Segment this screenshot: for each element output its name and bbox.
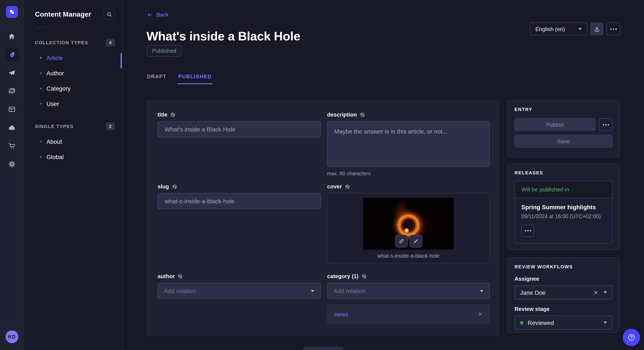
edit-asset-button[interactable] xyxy=(409,235,422,247)
rail-nav xyxy=(0,30,24,170)
rail-bottom-divider xyxy=(0,325,24,325)
copy-link-button[interactable] xyxy=(395,235,408,247)
more-icon xyxy=(610,28,616,29)
i18n-globe-icon xyxy=(170,112,176,117)
entry-panel-title: ENTRY xyxy=(514,107,612,112)
tab-draft[interactable]: DRAFT xyxy=(141,70,172,84)
send-icon[interactable] xyxy=(4,67,19,79)
field-description: description Maybe the answer is in this … xyxy=(327,111,490,176)
sidebar-item-about[interactable]: About xyxy=(35,134,115,149)
sidebar-item-user[interactable]: User xyxy=(35,96,115,111)
version-tabs: DRAFT PUBLISHED xyxy=(141,70,218,84)
description-textarea[interactable]: Maybe the answer is in this article, or … xyxy=(327,121,490,167)
below-fold-button[interactable] xyxy=(302,347,344,350)
chevron-down-icon xyxy=(578,28,582,30)
more-actions-button[interactable] xyxy=(606,22,620,35)
user-avatar[interactable]: KD xyxy=(6,331,18,343)
edit-form-card: title What's inside a Black Hole descrip… xyxy=(146,100,500,336)
download-button[interactable] xyxy=(590,22,603,35)
field-category: category (1) Add relation news xyxy=(327,273,490,324)
arrow-left-icon xyxy=(147,12,153,18)
review-panel-title: REVIEW WORKFLOWS xyxy=(514,264,612,269)
i18n-globe-icon xyxy=(362,274,366,279)
single-types-label: SINGLE TYPES xyxy=(35,124,74,129)
field-title-label: title xyxy=(158,111,168,118)
stage-status-dot xyxy=(520,321,524,324)
collection-types-section: COLLECTION TYPES 4 Article Author Catego… xyxy=(24,38,122,111)
close-icon xyxy=(593,290,598,295)
content-builder-icon[interactable] xyxy=(4,103,19,115)
back-link[interactable]: Back xyxy=(147,11,169,18)
field-category-label: category (1) xyxy=(327,273,358,279)
entry-panel: ENTRY Publish Save xyxy=(507,100,620,158)
chevron-down-icon xyxy=(604,291,607,293)
cover-image-black-hole xyxy=(363,198,454,250)
home-icon[interactable] xyxy=(4,30,19,42)
title-input[interactable]: What's inside a Black Hole xyxy=(158,121,321,137)
bullet-icon xyxy=(40,57,42,59)
sidebar-title: Content Manager xyxy=(35,10,91,18)
locale-select[interactable]: English (en) xyxy=(530,22,587,35)
marketplace-cart-icon[interactable] xyxy=(4,140,19,152)
release-name: Spring Summer highlights xyxy=(521,204,606,210)
field-author-label: author xyxy=(158,273,175,279)
media-library-icon[interactable] xyxy=(4,85,19,97)
field-cover: cover what-s-inside-a-black-hole xyxy=(327,183,490,263)
release-more-button[interactable] xyxy=(521,224,534,237)
settings-gear-icon[interactable] xyxy=(4,158,19,170)
sidebar-item-author[interactable]: Author xyxy=(35,65,115,81)
i18n-globe-icon xyxy=(345,184,350,189)
publish-button[interactable]: Publish xyxy=(514,118,596,131)
strapi-logo[interactable] xyxy=(6,6,18,18)
save-button[interactable]: Save xyxy=(514,135,612,148)
assignee-label: Assignee xyxy=(514,276,612,282)
author-relation-select[interactable]: Add relation xyxy=(158,283,321,299)
search-button[interactable] xyxy=(104,8,115,20)
chevron-down-icon xyxy=(480,290,484,292)
tab-published[interactable]: PUBLISHED xyxy=(172,70,218,84)
app-window: KD Content Manager COLLECTION TYPES 4 Ar… xyxy=(0,0,644,350)
review-stage-label: Review stage xyxy=(514,306,612,312)
page-title: What's inside a Black Hole xyxy=(146,29,300,44)
i18n-globe-icon xyxy=(172,184,177,189)
i18n-globe-icon xyxy=(178,274,183,279)
question-mark-icon xyxy=(628,334,636,342)
download-icon xyxy=(594,26,600,32)
nav-rail: KD xyxy=(0,0,24,350)
rail-divider xyxy=(0,24,24,25)
content-manager-sidebar: Content Manager COLLECTION TYPES 4 Artic… xyxy=(24,0,122,350)
category-relation-select[interactable]: Add relation xyxy=(327,283,490,299)
sidebar-item-category[interactable]: Category xyxy=(35,81,115,96)
relation-news-link[interactable]: news xyxy=(334,311,348,318)
search-icon xyxy=(106,11,112,17)
status-badge: Published xyxy=(147,45,182,57)
remove-relation-button[interactable] xyxy=(478,312,482,316)
single-types-list: About Global xyxy=(35,134,115,165)
cover-filename: what-s-inside-a-black-hole xyxy=(328,253,490,259)
assignee-select[interactable]: Jane Doe xyxy=(514,285,612,299)
category-relation-item: news xyxy=(327,305,490,324)
pencil-icon xyxy=(413,238,418,244)
release-status: Will be published in xyxy=(515,181,612,198)
entry-more-button[interactable] xyxy=(599,118,612,131)
sidebar-item-article[interactable]: Article xyxy=(35,50,115,65)
releases-panel: RELEASES Will be published in Spring Sum… xyxy=(507,163,620,250)
more-icon xyxy=(602,124,609,125)
content-feather-icon[interactable] xyxy=(4,48,19,60)
cover-asset-card: what-s-inside-a-black-hole xyxy=(327,193,490,263)
bullet-icon xyxy=(40,156,42,158)
close-icon xyxy=(478,312,482,316)
review-stage-select[interactable]: Reviewed xyxy=(514,316,612,330)
bullet-icon xyxy=(40,141,42,143)
slug-input[interactable]: what-s-inside-a-black-hole xyxy=(158,193,321,209)
field-slug: slug what-s-inside-a-black-hole xyxy=(158,183,321,209)
sidebar-item-global[interactable]: Global xyxy=(35,149,115,165)
bullet-icon xyxy=(40,72,42,74)
single-types-count: 2 xyxy=(106,123,115,130)
field-cover-label: cover xyxy=(327,183,342,190)
clear-assignee-button[interactable] xyxy=(593,290,598,295)
i18n-globe-icon xyxy=(360,112,365,117)
cloud-icon[interactable] xyxy=(4,122,19,134)
description-hint: max. 80 characters xyxy=(327,171,490,176)
help-button[interactable] xyxy=(623,329,640,346)
